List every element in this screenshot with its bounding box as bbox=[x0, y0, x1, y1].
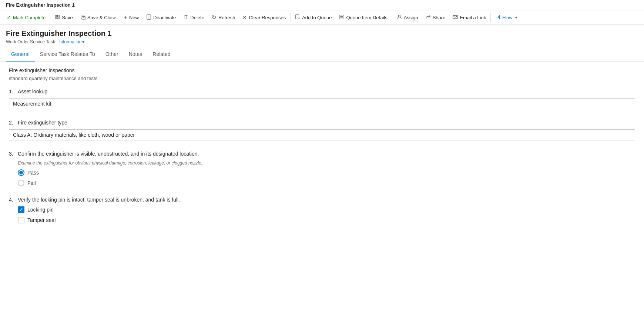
question-4-number: 4. bbox=[9, 197, 16, 203]
mark-complete-button[interactable]: ✓ Mark Complete bbox=[3, 12, 49, 23]
clear-icon: ✕ bbox=[242, 14, 247, 20]
tab-related[interactable]: Related bbox=[147, 47, 175, 62]
title-bar: Fire Extinguisher Inspection 1 bbox=[0, 0, 644, 10]
assign-label: Assign bbox=[404, 15, 418, 20]
share-button[interactable]: Share bbox=[422, 12, 449, 23]
question-2-input[interactable] bbox=[9, 129, 635, 140]
new-icon: + bbox=[124, 14, 127, 21]
deactivate-label: Deactivate bbox=[153, 15, 176, 20]
queue-item-details-label: Queue Item Details bbox=[346, 15, 387, 20]
section-description-main: Fire extinguisher inspections bbox=[9, 67, 635, 73]
save-close-label: Save & Close bbox=[87, 15, 117, 20]
question-1-text: Asset lookup bbox=[18, 89, 47, 94]
tab-other-label: Other bbox=[105, 51, 118, 57]
question-1-block: 1. Asset lookup bbox=[9, 89, 635, 109]
save-button[interactable]: Save bbox=[51, 12, 77, 23]
new-button[interactable]: + New bbox=[120, 12, 142, 23]
add-to-queue-button[interactable]: Add to Queue bbox=[291, 12, 335, 23]
save-label: Save bbox=[62, 15, 73, 20]
refresh-icon: ↻ bbox=[212, 14, 217, 21]
queue-details-icon bbox=[339, 14, 344, 21]
save-close-button[interactable]: Save & Close bbox=[77, 12, 120, 23]
refresh-label: Refresh bbox=[218, 15, 235, 20]
question-4-block: 4. Verify the locking pin is intact, tam… bbox=[9, 197, 635, 223]
svg-rect-19 bbox=[453, 15, 457, 19]
svg-point-18 bbox=[398, 15, 400, 17]
radio-fail-circle bbox=[18, 180, 24, 186]
flow-dropdown-arrow: ▾ bbox=[515, 16, 517, 20]
tab-navigation: General Service Task Relates To Other No… bbox=[0, 47, 644, 62]
radio-pass-circle bbox=[18, 169, 24, 176]
delete-button[interactable]: Delete bbox=[180, 12, 208, 23]
add-to-queue-label: Add to Queue bbox=[302, 15, 332, 20]
toolbar: ✓ Mark Complete Save Save & Close + New bbox=[0, 10, 644, 25]
question-1-number: 1. bbox=[9, 89, 16, 94]
flow-icon bbox=[495, 14, 500, 21]
checkmark-icon: ✓ bbox=[7, 14, 11, 20]
tab-notes[interactable]: Notes bbox=[124, 47, 148, 62]
breadcrumb-sep: · bbox=[57, 39, 58, 44]
email-icon bbox=[453, 14, 458, 21]
checkbox-locking-pin-box bbox=[18, 206, 24, 213]
page-header: Fire Extinguisher Inspection 1 Work Orde… bbox=[0, 25, 644, 44]
section-description-sub: standard quarterly maintenance and tests bbox=[9, 76, 635, 81]
delete-icon bbox=[183, 14, 188, 21]
question-2-text: Fire extinguisher type bbox=[18, 120, 67, 126]
flow-button[interactable]: Flow ▾ bbox=[492, 12, 520, 23]
checkbox-locking-pin[interactable]: Locking pin bbox=[18, 206, 635, 213]
question-1-label: 1. Asset lookup bbox=[9, 89, 635, 94]
queue-item-details-button[interactable]: Queue Item Details bbox=[335, 12, 391, 23]
info-chevron-icon: ▾ bbox=[82, 39, 84, 44]
checkbox-locking-pin-label: Locking pin bbox=[27, 207, 54, 213]
checkbox-tamper-seal[interactable]: Tamper seal bbox=[18, 217, 635, 223]
toolbar-divider-4 bbox=[490, 13, 491, 22]
clear-responses-label: Clear Responses bbox=[249, 15, 286, 20]
deactivate-button[interactable]: Deactivate bbox=[142, 12, 180, 23]
question-4-text: Verify the locking pin is intact, tamper… bbox=[18, 197, 180, 203]
window-title: Fire Extinguisher Inspection 1 bbox=[6, 2, 75, 8]
delete-label: Delete bbox=[190, 15, 204, 20]
svg-rect-15 bbox=[339, 15, 344, 19]
radio-pass[interactable]: Pass bbox=[18, 169, 635, 176]
clear-responses-button[interactable]: ✕ Clear Responses bbox=[239, 12, 289, 23]
queue-add-icon bbox=[295, 14, 300, 21]
assign-button[interactable]: Assign bbox=[393, 12, 422, 23]
refresh-button[interactable]: ↻ Refresh bbox=[208, 12, 239, 23]
question-3-hint: Examine the extinguisher for obvious phy… bbox=[18, 160, 635, 166]
tab-general[interactable]: General bbox=[6, 47, 35, 62]
information-link[interactable]: Information ▾ bbox=[59, 39, 84, 44]
svg-rect-2 bbox=[56, 17, 59, 19]
deactivate-icon bbox=[146, 14, 151, 21]
toolbar-divider-2 bbox=[290, 13, 291, 22]
tab-service-task-label: Service Task Relates To bbox=[40, 51, 95, 57]
question-2-label: 2. Fire extinguisher type bbox=[9, 120, 635, 126]
radio-pass-label: Pass bbox=[27, 170, 39, 176]
question-3-label: 3. Confirm the extinguisher is visible, … bbox=[9, 151, 635, 157]
tab-notes-label: Notes bbox=[129, 51, 142, 57]
tab-other[interactable]: Other bbox=[100, 47, 124, 62]
question-4-label: 4. Verify the locking pin is intact, tam… bbox=[9, 197, 635, 203]
flow-label: Flow bbox=[502, 15, 512, 20]
page-subtitle: Work Order Service Task · Information ▾ bbox=[6, 39, 638, 44]
breadcrumb-1: Work Order Service Task bbox=[6, 39, 55, 44]
mark-complete-label: Mark Complete bbox=[13, 15, 46, 20]
save-close-icon bbox=[80, 14, 85, 21]
svg-rect-1 bbox=[57, 15, 58, 16]
main-content: Fire extinguisher inspections standard q… bbox=[0, 62, 644, 240]
radio-fail[interactable]: Fail bbox=[18, 180, 635, 186]
question-3-text: Confirm the extinguisher is visible, uno… bbox=[18, 151, 199, 157]
email-a-link-button[interactable]: Email a Link bbox=[449, 12, 490, 23]
question-3-block: 3. Confirm the extinguisher is visible, … bbox=[9, 151, 635, 186]
email-a-link-label: Email a Link bbox=[460, 15, 486, 20]
tab-service-task-relates-to[interactable]: Service Task Relates To bbox=[35, 47, 100, 62]
question-2-block: 2. Fire extinguisher type bbox=[9, 120, 635, 140]
tab-general-label: General bbox=[11, 51, 30, 57]
question-3-radio-group: Pass Fail bbox=[18, 169, 635, 186]
share-icon bbox=[426, 14, 431, 21]
question-2-number: 2. bbox=[9, 120, 16, 126]
question-4-checkbox-group: Locking pin Tamper seal bbox=[18, 206, 635, 223]
save-icon bbox=[55, 14, 60, 21]
checkbox-tamper-seal-label: Tamper seal bbox=[27, 217, 56, 223]
question-1-input[interactable] bbox=[9, 98, 635, 109]
share-label: Share bbox=[433, 15, 446, 20]
